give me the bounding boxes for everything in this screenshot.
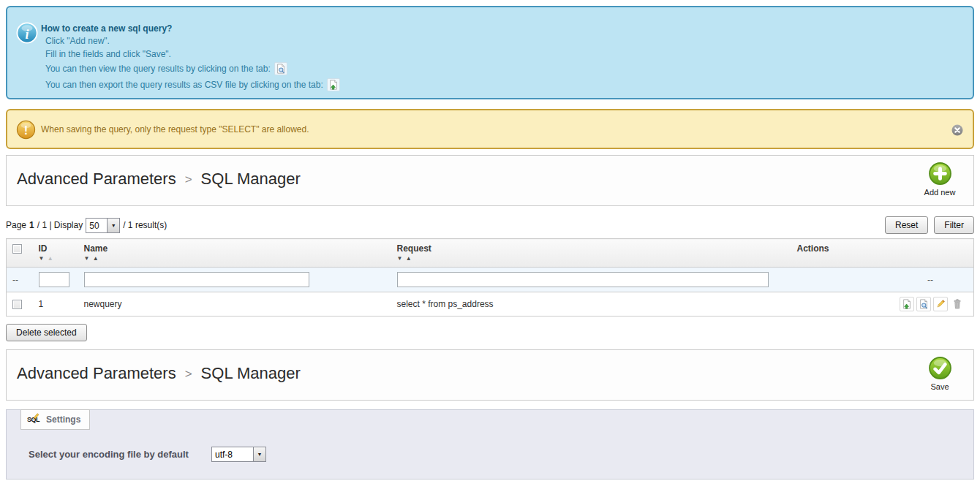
results-count: / 1 result(s) [123, 220, 167, 230]
info-line-text: You can then export the query results as… [45, 80, 323, 90]
save-label: Save [930, 382, 949, 391]
table-row[interactable]: 1 newquery select * from ps_address [7, 292, 974, 316]
sql-query-table: ID ▼ ▲ Name ▼ ▲ Request ▼ [6, 238, 974, 316]
pagination-bar: Page 1 / 1 | Display 50 ▼ / 1 result(s) … [6, 215, 974, 235]
id-filter-input[interactable] [39, 272, 69, 287]
row-actions [900, 297, 965, 311]
info-box: i How to create a new sql query? Click "… [6, 6, 974, 99]
info-line-text: Fill in the fields and click "Save". [45, 49, 171, 59]
info-line: You can then view the query results by c… [45, 62, 961, 75]
column-label: Request [397, 243, 431, 254]
breadcrumb-separator-icon: > [185, 173, 192, 187]
info-line-text: You can then view the query results by c… [45, 64, 271, 74]
sort-desc-icon[interactable]: ▼ [39, 255, 45, 262]
info-icon: i [16, 22, 38, 46]
column-header-id: ID ▼ ▲ [33, 239, 78, 268]
breadcrumb-page: SQL Manager [201, 170, 301, 189]
sort-asc-icon[interactable]: ▲ [48, 255, 54, 262]
trash-icon [952, 299, 962, 309]
sql-settings-icon: SQL [27, 413, 41, 426]
sort-desc-icon[interactable]: ▼ [84, 255, 91, 262]
form-panel-header: Advanced Parameters > SQL Manager Save [6, 349, 974, 401]
save-button[interactable]: Save [918, 356, 962, 391]
column-label: Actions [797, 243, 829, 254]
svg-text:i: i [26, 27, 29, 42]
filter-actions: Reset Filter [885, 216, 974, 234]
info-line: Fill in the fields and click "Save". [45, 49, 961, 59]
pagination-middle: / 1 | Display [37, 220, 83, 230]
encoding-select[interactable]: utf-8 ▼ [211, 447, 266, 462]
tab-settings[interactable]: SQL Settings [20, 409, 90, 430]
page-label: Page [6, 220, 26, 230]
sql-manager-page: i How to create a new sql query? Click "… [0, 0, 980, 485]
display-select[interactable]: 50 ▼ [86, 218, 120, 233]
edit-row-button[interactable] [933, 297, 948, 311]
cell-name: newquery [78, 292, 391, 316]
cell-id: 1 [33, 292, 78, 316]
delete-row-button[interactable] [950, 297, 965, 311]
row-checkbox[interactable] [12, 300, 22, 309]
svg-text:!: ! [24, 124, 28, 137]
request-filter-input[interactable] [397, 272, 769, 287]
column-header-actions: Actions [791, 239, 974, 268]
column-label: Name [84, 243, 108, 254]
cell-request: select * from ps_address [391, 292, 791, 316]
encoding-setting-row: Select your encoding file by default utf… [29, 447, 266, 462]
tab-settings-label: Settings [46, 414, 80, 425]
add-new-label: Add new [924, 188, 956, 197]
filter-button[interactable]: Filter [934, 216, 974, 234]
settings-fieldset: SQL Settings Select your encoding file b… [6, 409, 974, 479]
filter-dash-cell: -- [7, 268, 33, 292]
encoding-select-value: utf-8 [212, 447, 253, 461]
breadcrumb-section[interactable]: Advanced Parameters [17, 170, 176, 189]
info-line-text: Click "Add new". [45, 36, 110, 46]
header-checkbox-cell [7, 239, 33, 268]
chevron-down-icon[interactable]: ▼ [253, 447, 265, 461]
save-icon [928, 356, 952, 382]
breadcrumb-separator-icon: > [185, 367, 192, 382]
delete-selected-button[interactable]: Delete selected [6, 324, 87, 341]
add-icon [928, 162, 952, 187]
name-filter-input[interactable] [84, 272, 309, 287]
list-panel-header: Advanced Parameters > SQL Manager Add ne… [6, 155, 974, 206]
settings-body: Select your encoding file by default utf… [6, 409, 974, 479]
chevron-down-icon[interactable]: ▼ [107, 219, 119, 232]
column-header-request: Request ▼ ▲ [391, 239, 791, 268]
view-icon [919, 299, 929, 309]
export-tab-icon [327, 78, 340, 91]
warning-icon: ! [16, 120, 36, 142]
info-line: Click "Add new". [45, 36, 961, 46]
info-title: How to create a new sql query? [41, 23, 961, 34]
table-header-row: ID ▼ ▲ Name ▼ ▲ Request ▼ [7, 239, 974, 268]
filter-dash-cell: -- [791, 268, 974, 292]
reset-button[interactable]: Reset [885, 216, 928, 234]
info-line: You can then export the query results as… [45, 78, 961, 91]
sort-desc-icon[interactable]: ▼ [397, 255, 404, 262]
warning-box: ! When saving the query, only the reques… [6, 109, 974, 149]
breadcrumb-page: SQL Manager [201, 364, 301, 383]
breadcrumb: Advanced Parameters > SQL Manager [17, 364, 301, 383]
filter-row: -- -- [7, 268, 974, 292]
export-icon [902, 299, 912, 309]
breadcrumb-section[interactable]: Advanced Parameters [17, 364, 176, 383]
warning-message: When saving the query, only the request … [41, 124, 309, 134]
view-row-button[interactable] [916, 297, 931, 311]
column-header-name: Name ▼ ▲ [78, 239, 391, 268]
current-page: 1 [29, 220, 34, 230]
select-all-checkbox[interactable] [12, 244, 22, 254]
encoding-label: Select your encoding file by default [29, 449, 211, 460]
column-label: ID [39, 243, 48, 254]
sort-asc-icon[interactable]: ▲ [406, 255, 412, 262]
add-new-button[interactable]: Add new [918, 162, 962, 197]
sort-asc-icon[interactable]: ▲ [93, 255, 99, 262]
export-row-button[interactable] [900, 297, 914, 311]
display-select-value: 50 [86, 219, 107, 232]
breadcrumb: Advanced Parameters > SQL Manager [17, 170, 301, 189]
edit-icon [935, 299, 946, 309]
pagination-info: Page 1 / 1 | Display 50 ▼ / 1 result(s) [6, 218, 167, 233]
view-tab-icon [274, 62, 287, 75]
close-icon[interactable] [951, 124, 963, 136]
